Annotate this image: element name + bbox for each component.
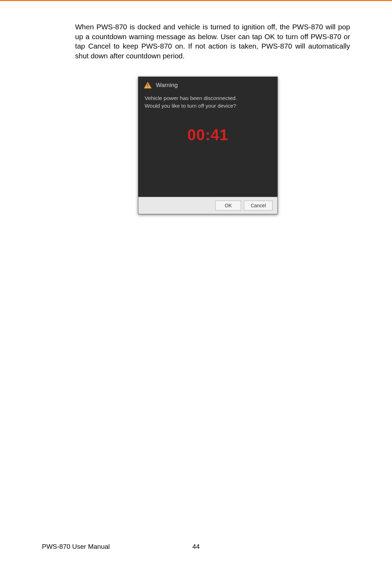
dialog-message: Vehicle power has been disconnected. Wou…: [138, 92, 277, 113]
dialog-message-line-2: Would you like to turn off your device?: [145, 102, 271, 110]
footer-manual-title: PWS-870 User Manual: [42, 543, 110, 551]
countdown-timer: 00:41: [187, 126, 228, 144]
dialog-header: Warning: [138, 77, 277, 92]
footer-page-number: 44: [192, 543, 199, 551]
warning-dialog: Warning Vehicle power has been disconnec…: [138, 77, 278, 214]
countdown-area: 00:41: [138, 113, 277, 197]
dialog-message-line-1: Vehicle power has been disconnected.: [145, 94, 271, 102]
dialog-footer: OK Cancel: [138, 197, 277, 214]
warning-icon: [144, 82, 152, 88]
content-area: When PWS-870 is docked and vehicle is tu…: [0, 1, 392, 214]
page-footer: PWS-870 User Manual 44: [42, 543, 350, 551]
dialog-figure: Warning Vehicle power has been disconnec…: [138, 77, 278, 214]
cancel-button[interactable]: Cancel: [244, 201, 273, 210]
dialog-title: Warning: [156, 82, 178, 89]
ok-button[interactable]: OK: [215, 201, 241, 210]
body-paragraph: When PWS-870 is docked and vehicle is tu…: [75, 22, 350, 61]
